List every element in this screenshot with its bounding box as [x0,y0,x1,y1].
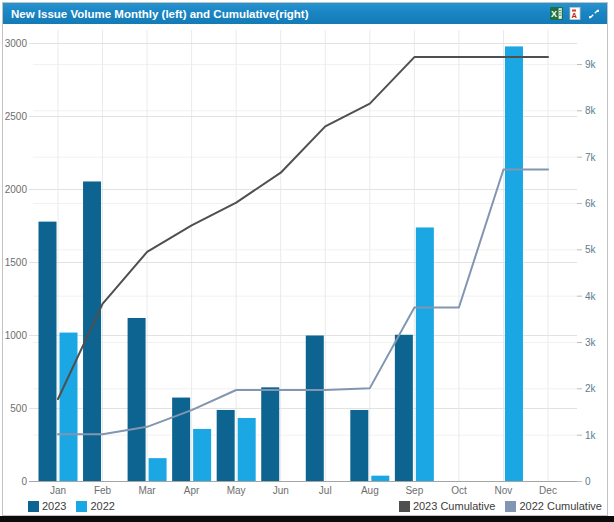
chart-title: New Issue Volume Monthly (left) and Cumu… [11,8,549,20]
legend-swatch [505,501,516,512]
bar-2023-mar[interactable] [128,318,146,482]
window-bottom-edge [0,516,614,522]
x-axis-label-nov: Nov [495,485,513,496]
legend-item-2023-cumulative[interactable]: 2023 Cumulative [399,501,496,512]
legend-lines-group: 2023 Cumulative2022 Cumulative [399,501,602,512]
titlebar-toolbar: X A [549,7,601,21]
x-axis-label-may: May [227,485,246,496]
y-axis-left-label: 1000 [5,330,28,341]
x-axis-label-jul: Jul [319,485,332,496]
x-axis-label-dec: Dec [539,485,557,496]
x-axis-label-mar: Mar [138,485,156,496]
x-axis-label-jun: Jun [273,485,289,496]
y-axis-right-label: 4k [585,291,597,302]
legend-swatch [28,501,39,512]
legend-label: 2023 Cumulative [413,501,496,512]
y-axis-left-label: 3000 [5,38,28,49]
x-axis-label-sep: Sep [405,485,423,496]
y-axis-right-label: 1k [585,430,597,441]
y-axis-right-label: 0 [585,476,591,487]
y-axis-left-label: 1500 [5,257,28,268]
x-axis-label-feb: Feb [94,485,112,496]
x-axis-label-oct: Oct [451,485,467,496]
legend-label: 2023 [42,501,66,512]
legend-label: 2022 [90,501,114,512]
chart-legend: 20232022 2023 Cumulative2022 Cumulative [3,499,607,514]
bar-2023-jan[interactable] [39,222,57,482]
y-axis-right-label: 2k [585,383,597,394]
svg-text:X: X [551,9,557,19]
chart-titlebar: New Issue Volume Monthly (left) and Cumu… [3,3,607,24]
legend-item-2023[interactable]: 2023 [28,501,66,512]
bar-2023-feb[interactable] [83,181,101,481]
bar-2022-aug[interactable] [371,476,389,482]
bar-2022-mar[interactable] [149,458,167,481]
y-axis-left-label: 0 [21,476,27,487]
bar-2023-jun[interactable] [261,387,279,481]
bar-2023-may[interactable] [217,410,235,482]
legend-swatch [399,501,410,512]
y-axis-right-label: 3k [585,337,597,348]
bar-2023-jul[interactable] [306,336,324,482]
bar-2022-nov[interactable] [505,46,523,481]
bar-2023-sep[interactable] [395,335,413,482]
svg-text:A: A [571,11,577,20]
x-axis-label-jan: Jan [50,485,66,496]
y-axis-left-label: 2500 [5,111,28,122]
chart-canvas: 05001000150020002500300001k2k3k4k5k6k7k8… [3,24,607,498]
bar-2023-aug[interactable] [350,410,368,482]
y-axis-right-label: 8k [585,105,597,116]
bar-2022-jan[interactable] [60,333,78,482]
expand-fullscreen-icon[interactable] [587,7,601,21]
legend-swatch [76,501,87,512]
pdf-export-icon[interactable]: A [568,7,582,21]
y-axis-right-label: 5k [585,244,597,255]
legend-item-2022-cumulative[interactable]: 2022 Cumulative [505,501,602,512]
legend-label: 2022 Cumulative [519,501,602,512]
legend-bars-group: 20232022 [28,501,115,512]
bar-2022-apr[interactable] [193,429,211,482]
chart-widget: New Issue Volume Monthly (left) and Cumu… [2,2,608,516]
bar-2022-sep[interactable] [416,227,434,481]
y-axis-left-label: 500 [10,403,27,414]
x-axis-label-aug: Aug [361,485,379,496]
bar-2023-apr[interactable] [172,398,190,482]
y-axis-right-label: 9k [585,59,597,70]
bar-2022-may[interactable] [238,418,256,482]
y-axis-right-label: 6k [585,198,597,209]
y-axis-right-label: 7k [585,152,597,163]
screen: New Issue Volume Monthly (left) and Cumu… [0,0,614,522]
legend-item-2022[interactable]: 2022 [76,501,114,512]
y-axis-left-label: 2000 [5,184,28,195]
excel-export-icon[interactable]: X [549,7,563,21]
x-axis-label-apr: Apr [184,485,200,496]
